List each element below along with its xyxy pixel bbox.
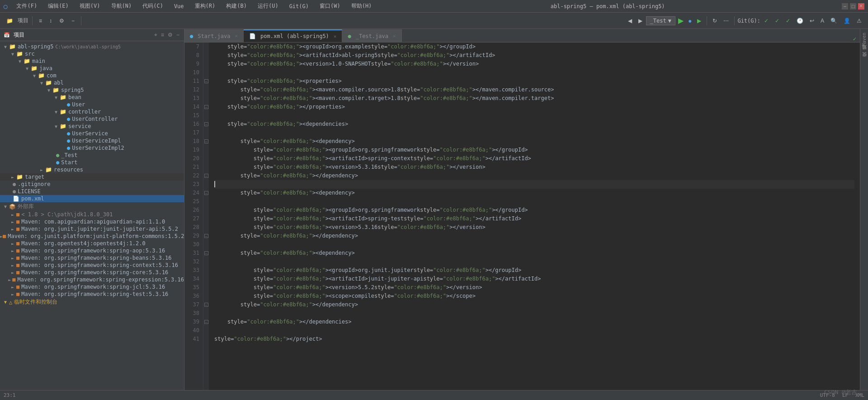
menu-file[interactable]: 文件(F) bbox=[14, 2, 39, 10]
code-line-13[interactable]: style="color:#e8bf6a;"><maven.compiler.t… bbox=[214, 94, 854, 103]
code-line-23[interactable] bbox=[214, 180, 854, 189]
tree-jar-apiguardian[interactable]: ► ■ Maven: com.apiguardian:apiguardian-a… bbox=[0, 218, 184, 225]
fold-marker-37[interactable]: − bbox=[203, 300, 209, 309]
run-button[interactable]: ▶ bbox=[676, 15, 685, 26]
code-line-26[interactable]: style="color:#e8bf6a;"><groupId>org.spri… bbox=[214, 206, 854, 214]
fold-marker-31[interactable]: − bbox=[203, 249, 209, 257]
code-line-28[interactable]: style="color:#e8bf6a;"><version>5.3.16st… bbox=[214, 223, 854, 232]
code-line-10[interactable] bbox=[214, 68, 854, 77]
fold-marker-24[interactable]: − bbox=[203, 189, 209, 197]
right-panel-commit[interactable]: 提交 bbox=[861, 57, 868, 64]
fold-marker-22[interactable]: − bbox=[203, 171, 209, 180]
tab-pom[interactable]: 📄 pom.xml (abl-spring5) ✕ bbox=[244, 29, 342, 42]
code-line-38[interactable] bbox=[214, 309, 854, 318]
toolbar-translate-btn[interactable]: A bbox=[818, 16, 827, 26]
code-line-41[interactable]: style="color:#e8bf6a;"></project> bbox=[214, 335, 854, 343]
right-panel-maven[interactable]: Maven bbox=[862, 29, 867, 50]
tree-userserviceimpl[interactable]: ● UserServiceImpl bbox=[0, 137, 184, 144]
fold-marker-39[interactable]: − bbox=[203, 318, 209, 326]
code-line-8[interactable]: style="color:#e8bf6a;"><artifactId>abl-s… bbox=[214, 51, 854, 60]
code-line-9[interactable]: style="color:#e8bf6a;"><version>1.0-SNAP… bbox=[214, 60, 854, 68]
sidebar-settings-btn[interactable]: ⚙ bbox=[167, 31, 174, 39]
code-line-40[interactable] bbox=[214, 326, 854, 335]
code-line-34[interactable]: style="color:#e8bf6a;"><artifactId>junit… bbox=[214, 275, 854, 283]
tree-bean[interactable]: ▼ 📁 bean bbox=[0, 94, 184, 101]
fold-marker-29[interactable]: − bbox=[203, 232, 209, 240]
code-line-20[interactable]: style="color:#e8bf6a;"><artifactId>sprin… bbox=[214, 154, 854, 163]
code-line-12[interactable]: style="color:#e8bf6a;"><maven.compiler.s… bbox=[214, 86, 854, 94]
code-line-33[interactable]: style="color:#e8bf6a;"><groupId>org.juni… bbox=[214, 266, 854, 275]
menu-window[interactable]: 窗口(W) bbox=[318, 2, 342, 10]
tree-usercontroller[interactable]: ● UserController bbox=[0, 115, 184, 123]
tree-jar-opentest4j[interactable]: ► ■ Maven: org.opentest4j:opentest4j:1.2… bbox=[0, 240, 184, 247]
toolbar-sync-btn[interactable]: ↻ bbox=[710, 16, 720, 26]
toolbar-back-btn[interactable]: ◀ bbox=[625, 16, 635, 26]
tab-test-close[interactable]: ✕ bbox=[393, 33, 396, 39]
tree-jdk[interactable]: ► ■ < 1.8 > C:\path\jdk1.8.0_301 bbox=[0, 211, 184, 218]
code-line-7[interactable]: style="color:#e8bf6a;"><groupId>org.exam… bbox=[214, 43, 854, 51]
close-button[interactable]: ✕ bbox=[858, 3, 864, 10]
code-line-37[interactable]: style="color:#e8bf6a;"></dependency> bbox=[214, 300, 854, 309]
tree-root[interactable]: ▼ 📁 abl-spring5 C:\work\java\abl-spring5 bbox=[0, 43, 184, 50]
toolbar-settings-btn[interactable]: ⚙ bbox=[57, 16, 67, 26]
code-line-19[interactable]: style="color:#e8bf6a;"><groupId>org.spri… bbox=[214, 146, 854, 154]
code-line-24[interactable]: style="color:#e8bf6a;"><dependency> bbox=[214, 189, 854, 197]
tree-userserviceimpl2[interactable]: ● UserServiceImpl2 bbox=[0, 144, 184, 152]
sidebar-expand-btn[interactable]: ≡ bbox=[160, 31, 165, 39]
tree-jar-junit-platform[interactable]: ► ■ Maven: org.junit.platform:junit-plat… bbox=[0, 233, 184, 240]
toolbar-alert-btn[interactable]: ⚠ bbox=[854, 16, 864, 26]
code-line-31[interactable]: style="color:#e8bf6a;"><dependency> bbox=[214, 249, 854, 257]
debug-button[interactable]: ● bbox=[686, 16, 693, 25]
code-line-39[interactable]: style="color:#e8bf6a;"></dependencies> bbox=[214, 318, 854, 326]
tree-jar-junit-jupiter[interactable]: ► ■ Maven: org.junit.jupiter:junit-jupit… bbox=[0, 225, 184, 233]
tree-target[interactable]: ► 📁 target bbox=[0, 173, 184, 181]
tree-pom[interactable]: 📄 pom.xml bbox=[0, 195, 184, 202]
tree-controller[interactable]: ▼ 📁 controller bbox=[0, 108, 184, 115]
toolbar-collapse-btn[interactable]: ↕ bbox=[47, 16, 55, 26]
tab-start-close[interactable]: ✕ bbox=[235, 33, 238, 39]
menu-help[interactable]: 帮助(H) bbox=[349, 2, 374, 10]
code-line-22[interactable]: style="color:#e8bf6a;"></dependency> bbox=[214, 171, 854, 180]
tree-resources[interactable]: ► 📁 resources bbox=[0, 166, 184, 173]
toolbar-user-btn[interactable]: 👤 bbox=[841, 16, 853, 26]
fold-marker-14[interactable]: − bbox=[203, 103, 209, 111]
tree-user[interactable]: ● User bbox=[0, 101, 184, 108]
toolbar-expand-btn[interactable]: ≡ bbox=[36, 16, 45, 26]
tree-abl[interactable]: ▼ 📁 abl bbox=[0, 79, 184, 86]
git-check1-btn[interactable]: ✓ bbox=[761, 16, 771, 26]
menu-run[interactable]: 运行(U) bbox=[256, 2, 280, 10]
tab-start[interactable]: ● Start.java ✕ bbox=[184, 29, 244, 42]
menu-vue[interactable]: Vue bbox=[172, 3, 186, 10]
tree-jar-spring-jcl[interactable]: ► ■ Maven: org.springframework:spring-jc… bbox=[0, 283, 184, 290]
maximize-button[interactable]: □ bbox=[850, 3, 856, 10]
toolbar-close-btn[interactable]: − bbox=[69, 16, 77, 26]
code-line-30[interactable] bbox=[214, 240, 854, 249]
git-check2-btn[interactable]: ✓ bbox=[772, 16, 782, 26]
code-line-25[interactable] bbox=[214, 197, 854, 206]
right-panel-notifications[interactable]: 通知 bbox=[861, 50, 868, 57]
run-config-selector[interactable]: _Test ▼ bbox=[646, 16, 675, 25]
tree-tempfiles[interactable]: ▼ △ 临时文件和控制台 bbox=[0, 298, 184, 306]
tree-com[interactable]: ▼ 📁 com bbox=[0, 72, 184, 79]
toolbar-undo-btn[interactable]: ↩ bbox=[807, 16, 817, 26]
code-line-16[interactable]: style="color:#e8bf6a;"><dependencies> bbox=[214, 120, 854, 129]
tab-pom-close[interactable]: ✕ bbox=[334, 33, 337, 39]
menu-refactor[interactable]: 重构(R) bbox=[193, 2, 217, 10]
toolbar-search-btn[interactable]: 🔍 bbox=[828, 16, 840, 26]
tree-jar-spring-aop[interactable]: ► ■ Maven: org.springframework:spring-ao… bbox=[0, 247, 184, 254]
sidebar-close-btn[interactable]: − bbox=[175, 31, 180, 39]
toolbar-clock-btn[interactable]: 🕐 bbox=[794, 16, 806, 26]
code-line-21[interactable]: style="color:#e8bf6a;"><version>5.3.16st… bbox=[214, 163, 854, 171]
tree-jar-spring-core[interactable]: ► ■ Maven: org.springframework:spring-co… bbox=[0, 269, 184, 276]
tree-extlib-header[interactable]: ▼ 📦 外部库 bbox=[0, 202, 184, 211]
tree-license[interactable]: ● LICENSE bbox=[0, 188, 184, 195]
coverage-button[interactable]: ▶ bbox=[694, 16, 704, 26]
code-line-17[interactable] bbox=[214, 129, 854, 137]
file-tree[interactable]: ▼ 📁 abl-spring5 C:\work\java\abl-spring5… bbox=[0, 41, 184, 390]
code-line-36[interactable]: style="color:#e8bf6a;"><scope>compilesty… bbox=[214, 292, 854, 300]
tree-java[interactable]: ▼ 📁 java bbox=[0, 65, 184, 72]
menu-edit[interactable]: 编辑(E) bbox=[46, 2, 71, 10]
tree-jar-spring-beans[interactable]: ► ■ Maven: org.springframework:spring-be… bbox=[0, 254, 184, 262]
tree-jar-spring-context[interactable]: ► ■ Maven: org.springframework:spring-co… bbox=[0, 262, 184, 269]
git-check3-btn[interactable]: ✓ bbox=[783, 16, 793, 26]
